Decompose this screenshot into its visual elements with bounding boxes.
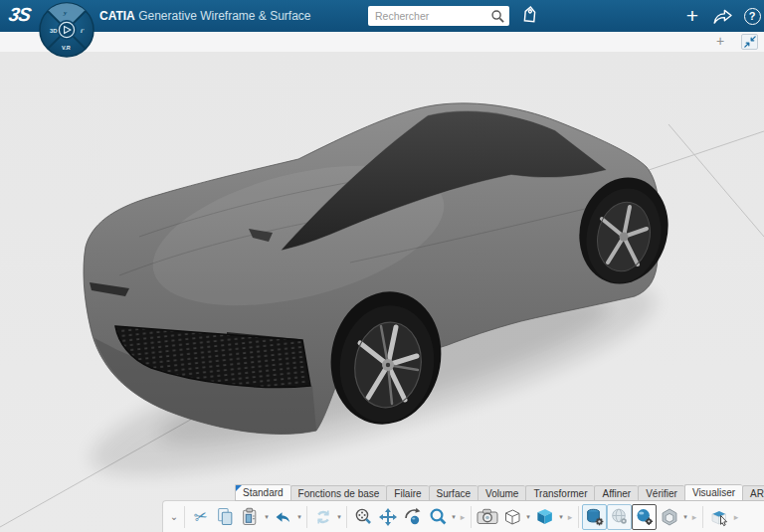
undo-dropdown[interactable]: ▾ xyxy=(295,513,303,521)
paste-icon xyxy=(241,507,260,526)
shaded-view-dropdown[interactable]: ▾ xyxy=(557,513,565,521)
copy-button[interactable] xyxy=(213,504,238,530)
zoom-button[interactable] xyxy=(425,504,450,530)
more-manipulate-arrow[interactable]: ▸ xyxy=(731,512,741,522)
shaded-view-button[interactable] xyxy=(532,504,557,530)
workbench-name: Generative Wireframe & Surface xyxy=(138,9,310,23)
material-dropdown[interactable]: ▾ xyxy=(681,513,689,521)
update-button[interactable] xyxy=(310,504,335,530)
divider xyxy=(346,506,347,528)
more-style-arrow[interactable]: ▸ xyxy=(565,512,575,522)
tab-fonctions-de-base[interactable]: Fonctions de base xyxy=(290,485,387,501)
tab-standard[interactable]: Standard xyxy=(235,484,290,501)
3d-viewport[interactable] xyxy=(0,52,764,532)
help-icon: ? xyxy=(744,8,761,25)
web-services-button[interactable] xyxy=(607,504,632,530)
divider xyxy=(578,506,579,528)
ribbon-tabs: StandardFonctions de baseFilaireSurfaceV… xyxy=(235,484,764,501)
app-name: CATIA xyxy=(99,9,135,23)
tab-volume[interactable]: Volume xyxy=(478,485,525,501)
database-gear-icon xyxy=(585,507,605,527)
tab-filaire[interactable]: Filaire xyxy=(386,485,428,501)
paste-dropdown[interactable]: ▾ xyxy=(263,513,271,521)
cube-cursor-icon xyxy=(708,507,730,527)
tab-visualiser[interactable]: Visualiser xyxy=(684,484,742,501)
zoom-dropdown[interactable]: ▾ xyxy=(450,513,458,521)
rotate-button[interactable] xyxy=(400,504,425,530)
tab-transformer[interactable]: Transformer xyxy=(525,485,594,501)
divider xyxy=(471,506,472,528)
compass-south-label[interactable]: V.R xyxy=(62,45,71,51)
material-hexagon-icon xyxy=(660,507,679,527)
manipulate-button[interactable] xyxy=(706,504,731,530)
tab-v-rifier[interactable]: Vérifier xyxy=(638,485,684,501)
capture-button[interactable] xyxy=(475,504,499,530)
render-style-button[interactable] xyxy=(499,504,524,530)
shaded-cube-icon xyxy=(534,506,555,527)
tag-icon[interactable] xyxy=(517,5,541,28)
tab-surface[interactable]: Surface xyxy=(429,485,478,501)
pan-icon xyxy=(378,507,398,527)
camera-icon xyxy=(477,508,498,525)
sphere-settings-button[interactable] xyxy=(632,504,657,530)
tab-ar-vr[interactable]: AR-VR xyxy=(742,485,764,501)
globe-gears-icon xyxy=(610,507,630,527)
secondary-bar: + xyxy=(0,32,764,52)
compass[interactable]: 3D i' V.R y xyxy=(38,1,96,59)
update-icon xyxy=(313,507,333,527)
rotate-icon xyxy=(403,507,423,527)
more-visualize-arrow[interactable]: ▸ xyxy=(689,512,699,522)
wireframe-cube-icon xyxy=(502,507,522,527)
search-icon[interactable] xyxy=(490,9,505,24)
restore-down-icon[interactable] xyxy=(741,34,758,50)
divider xyxy=(306,506,307,528)
car-model[interactable] xyxy=(0,52,764,532)
search-box[interactable] xyxy=(368,6,509,26)
sphere-gear-icon xyxy=(635,507,655,527)
compass-west-label[interactable]: 3D xyxy=(50,28,58,34)
collapse-toolbar-chevron[interactable]: ⌄ xyxy=(167,511,181,522)
divider xyxy=(184,506,185,528)
more-view-tools-arrow[interactable]: ▸ xyxy=(458,512,468,522)
paste-button[interactable] xyxy=(238,504,263,530)
database-visibility-button[interactable] xyxy=(582,504,607,530)
zoom-icon xyxy=(428,507,448,527)
action-bar: ⌄ ✂ ▾ ▾ ▾ xyxy=(162,500,764,532)
compass-east-label[interactable]: i' xyxy=(81,27,85,34)
share-icon[interactable] xyxy=(710,4,734,28)
render-style-dropdown[interactable]: ▾ xyxy=(524,513,532,521)
material-button[interactable] xyxy=(657,504,681,530)
title-bar: 3S CATIA Generative Wireframe & Surface … xyxy=(0,0,764,32)
add-tab-button[interactable]: + xyxy=(712,34,728,50)
search-input[interactable] xyxy=(375,10,490,22)
update-dropdown[interactable]: ▾ xyxy=(335,513,343,521)
undo-button[interactable] xyxy=(271,504,295,530)
pan-button[interactable] xyxy=(375,504,400,530)
copy-icon xyxy=(216,507,235,526)
fit-all-in-button[interactable] xyxy=(350,504,375,530)
scissors-icon: ✂ xyxy=(192,506,210,528)
zoom-fit-icon xyxy=(353,507,373,527)
add-button[interactable]: + xyxy=(680,4,704,28)
help-button[interactable]: ? xyxy=(740,4,764,28)
app-title: CATIA Generative Wireframe & Surface xyxy=(99,9,311,23)
divider xyxy=(702,506,703,528)
cut-button[interactable]: ✂ xyxy=(188,504,213,530)
undo-icon xyxy=(274,507,293,527)
tab-affiner[interactable]: Affiner xyxy=(594,485,638,501)
3ds-logo: 3S xyxy=(7,4,32,26)
